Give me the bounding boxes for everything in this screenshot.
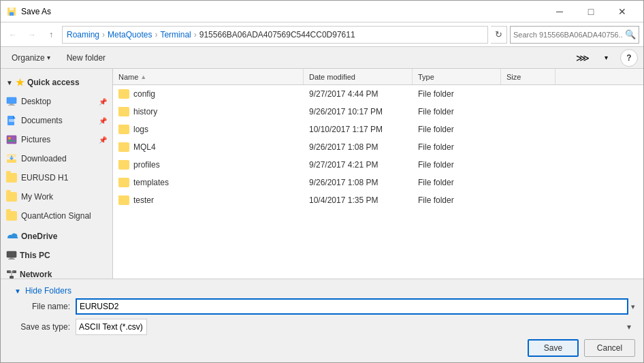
svg-rect-1 bbox=[10, 12, 14, 16]
file-cell-profiles-name: profiles bbox=[113, 160, 304, 170]
forward-button[interactable]: → bbox=[24, 27, 40, 43]
sidebar-item-eurusdh1[interactable]: EURUSD H1 bbox=[1, 168, 112, 187]
breadcrumb[interactable]: Roaming › MetaQuotes › Terminal › 915566… bbox=[62, 26, 488, 44]
network-label: Network bbox=[20, 270, 52, 279]
onedrive-icon bbox=[6, 232, 18, 240]
breadcrumb-current: 915566BA06ADA407569C544CC0D97611 bbox=[199, 30, 355, 40]
breadcrumb-metaquotes[interactable]: MetaQuotes bbox=[108, 30, 152, 40]
minimize-button[interactable]: ─ bbox=[544, 1, 575, 22]
new-folder-button[interactable]: New folder bbox=[61, 50, 111, 66]
svg-rect-3 bbox=[7, 97, 16, 104]
file-row-tester[interactable]: tester 10/4/2017 1:35 PM File folder bbox=[113, 191, 643, 209]
svg-rect-9 bbox=[7, 136, 16, 144]
refresh-button[interactable]: ↻ bbox=[491, 26, 507, 44]
svg-rect-4 bbox=[10, 104, 14, 105]
file-cell-config-type: File folder bbox=[413, 89, 501, 99]
desktop-label: Desktop bbox=[21, 97, 51, 106]
bottom-bar: ▼ Hide Folders File name: ▾ Save as type… bbox=[1, 279, 643, 362]
network-item[interactable]: Network bbox=[1, 265, 112, 279]
organize-button[interactable]: Organize ▾ bbox=[6, 50, 56, 66]
col-type-label: Type bbox=[418, 73, 434, 81]
sidebar-item-documents[interactable]: Documents 📌 bbox=[1, 111, 112, 130]
network-icon bbox=[6, 270, 17, 279]
window-controls: ─ □ ✕ bbox=[544, 1, 638, 22]
sidebar: ▼ ★ Quick access Desktop 📌 Documents bbox=[1, 69, 113, 279]
back-button[interactable]: ← bbox=[5, 27, 21, 43]
svg-rect-15 bbox=[8, 259, 15, 259]
action-row: Save Cancel bbox=[9, 339, 635, 357]
file-cell-tester-name: tester bbox=[113, 195, 304, 205]
sidebar-item-mywork[interactable]: My Work bbox=[1, 187, 112, 206]
file-cell-templates-date: 9/26/2017 1:08 PM bbox=[304, 178, 413, 187]
sidebar-item-desktop[interactable]: Desktop 📌 bbox=[1, 92, 112, 111]
hide-folders-row[interactable]: ▼ Hide Folders bbox=[9, 285, 635, 297]
thispc-label: This PC bbox=[20, 251, 50, 260]
file-cell-logs-name: logs bbox=[113, 125, 304, 134]
file-row-config[interactable]: config 9/27/2017 4:44 PM File folder bbox=[113, 85, 643, 103]
toolbar: Organize ▾ New folder ⋙ ▾ ? bbox=[1, 47, 643, 69]
help-button[interactable]: ? bbox=[620, 49, 638, 67]
onedrive-label: OneDrive bbox=[21, 232, 57, 241]
file-cell-history-type: File folder bbox=[413, 107, 501, 116]
cancel-button[interactable]: Cancel bbox=[584, 339, 635, 357]
folder-icon-templates bbox=[118, 178, 129, 187]
breadcrumb-sep-3: › bbox=[194, 30, 197, 40]
chevron-down-icon: ▼ bbox=[14, 287, 21, 295]
savetype-select[interactable]: ASCII Text (*.csv) bbox=[76, 319, 147, 335]
folder-icon-profiles bbox=[118, 160, 129, 170]
sidebar-item-pictures[interactable]: Pictures 📌 bbox=[1, 130, 112, 149]
search-input[interactable] bbox=[513, 31, 622, 39]
file-row-logs[interactable]: logs 10/10/2017 1:17 PM File folder bbox=[113, 121, 643, 138]
close-button[interactable]: ✕ bbox=[607, 1, 638, 22]
folder-icon-mql4 bbox=[118, 142, 129, 152]
file-cell-mql4-type: File folder bbox=[413, 142, 501, 152]
view-button[interactable]: ⋙ bbox=[574, 50, 592, 66]
savetype-wrapper: ASCII Text (*.csv) bbox=[76, 319, 635, 335]
folder-icon-history bbox=[118, 107, 129, 116]
eurusdh1-label: EURUSD H1 bbox=[21, 173, 68, 183]
file-row-templates[interactable]: templates 9/26/2017 1:08 PM File folder bbox=[113, 174, 643, 191]
file-cell-config-name: config bbox=[113, 89, 304, 99]
col-header-name[interactable]: Name ▲ bbox=[113, 69, 304, 84]
col-header-size[interactable]: Size bbox=[501, 69, 556, 84]
file-cell-history-name: history bbox=[113, 107, 304, 116]
col-size-label: Size bbox=[506, 73, 521, 81]
savetype-row: Save as type: ASCII Text (*.csv) bbox=[9, 319, 635, 335]
col-header-date[interactable]: Date modified bbox=[304, 69, 413, 84]
maximize-button[interactable]: □ bbox=[575, 1, 607, 22]
file-cell-tester-date: 10/4/2017 1:35 PM bbox=[304, 195, 413, 205]
file-row-history[interactable]: history 9/26/2017 10:17 PM File folder bbox=[113, 103, 643, 121]
sidebar-item-downloaded[interactable]: Downloaded bbox=[1, 149, 112, 168]
file-cell-config-date: 9/27/2017 4:44 PM bbox=[304, 89, 413, 99]
filename-input[interactable] bbox=[76, 298, 628, 315]
search-box: 🔍 bbox=[510, 26, 639, 44]
organize-chevron-icon: ▾ bbox=[47, 54, 50, 61]
file-list-header: Name ▲ Date modified Type Size bbox=[113, 69, 643, 85]
filename-dropdown-icon: ▾ bbox=[631, 302, 635, 311]
address-bar: ← → ↑ Roaming › MetaQuotes › Terminal › … bbox=[1, 22, 643, 47]
folder-icon-tester bbox=[118, 195, 129, 205]
col-header-type[interactable]: Type bbox=[413, 69, 501, 84]
up-button[interactable]: ↑ bbox=[43, 27, 59, 43]
search-icon: 🔍 bbox=[625, 29, 636, 40]
sidebar-item-quantaction[interactable]: QuantAction Signal bbox=[1, 206, 112, 225]
view-dropdown-button[interactable]: ▾ bbox=[597, 50, 615, 66]
file-cell-history-date: 9/26/2017 10:17 PM bbox=[304, 107, 413, 116]
breadcrumb-roaming[interactable]: Roaming bbox=[67, 30, 99, 40]
breadcrumb-terminal[interactable]: Terminal bbox=[160, 30, 191, 40]
save-button[interactable]: Save bbox=[528, 339, 579, 357]
file-row-profiles[interactable]: profiles 9/27/2017 4:21 PM File folder bbox=[113, 156, 643, 174]
filename-row: File name: ▾ bbox=[9, 298, 635, 315]
documents-icon bbox=[6, 115, 17, 126]
onedrive-item[interactable]: OneDrive bbox=[1, 227, 112, 246]
file-cell-mql4-name: MQL4 bbox=[113, 142, 304, 152]
pictures-label: Pictures bbox=[21, 135, 50, 144]
pin-icon: 📌 bbox=[99, 98, 107, 106]
mywork-label: My Work bbox=[21, 192, 53, 202]
star-icon: ★ bbox=[16, 77, 25, 88]
file-row-mql4[interactable]: MQL4 9/26/2017 1:08 PM File folder bbox=[113, 138, 643, 156]
thispc-icon bbox=[6, 251, 17, 260]
quick-access-header[interactable]: ▼ ★ Quick access bbox=[1, 73, 112, 92]
thispc-item[interactable]: This PC bbox=[1, 246, 112, 265]
file-cell-profiles-type: File folder bbox=[413, 160, 501, 170]
